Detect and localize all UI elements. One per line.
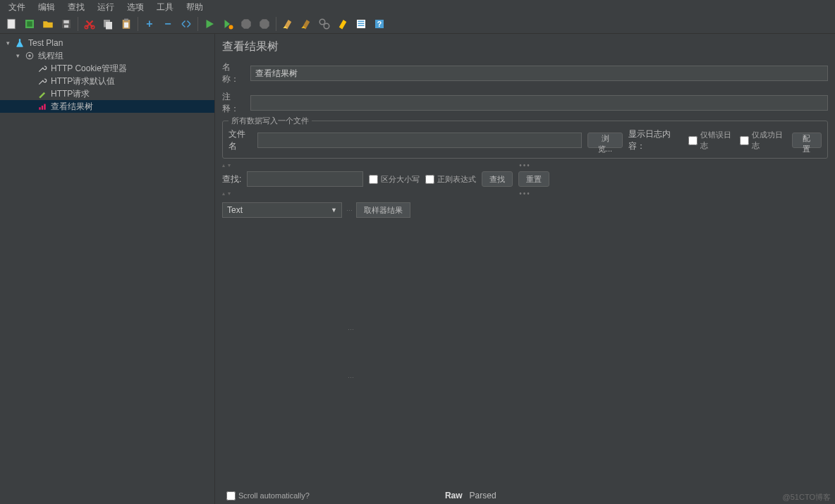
svg-rect-5 bbox=[64, 25, 68, 27]
name-input[interactable] bbox=[250, 66, 828, 81]
show-log-label: 显示日志内容： bbox=[628, 128, 683, 152]
shutdown-icon[interactable] bbox=[256, 16, 273, 32]
pipette-icon bbox=[37, 88, 48, 99]
splitter-grip[interactable]: ••• bbox=[222, 191, 828, 199]
reset-button[interactable]: 重置 bbox=[518, 171, 549, 187]
chevron-down-icon: ▼ bbox=[331, 207, 337, 214]
results-area: Text ▼ ⋮ 取样器结果 ⋮⋮ Scroll automatically? … bbox=[222, 202, 828, 504]
menu-run[interactable]: 运行 bbox=[92, 0, 120, 15]
parsed-tab[interactable]: Parsed bbox=[470, 491, 496, 500]
search-label: 查找: bbox=[222, 173, 241, 185]
panel-title: 查看结果树 bbox=[222, 39, 828, 54]
flask-icon bbox=[14, 37, 25, 49]
wrench-icon bbox=[37, 63, 48, 74]
raw-tab[interactable]: Raw bbox=[445, 491, 463, 500]
svg-rect-12 bbox=[124, 22, 128, 27]
svg-point-17 bbox=[324, 23, 329, 29]
success-only-checkbox[interactable]: 仅成功日志 bbox=[740, 130, 786, 151]
search-button[interactable]: 查找 bbox=[482, 171, 513, 187]
chart-icon bbox=[37, 101, 48, 112]
file-output-group: 所有数据写入一个文件 文件名 浏览... 显示日志内容： 仅错误日志 仅成功日志… bbox=[222, 121, 828, 159]
tree-http-defaults[interactable]: HTTP请求默认值 bbox=[0, 75, 214, 87]
sampler-result-tab[interactable]: 取样器结果 bbox=[356, 202, 410, 218]
help-icon[interactable]: ? bbox=[371, 16, 388, 32]
clear-icon[interactable] bbox=[279, 16, 296, 32]
comment-input[interactable] bbox=[250, 95, 828, 111]
cut-icon[interactable] bbox=[81, 16, 98, 32]
chevron-down-icon[interactable]: ▾ bbox=[14, 52, 21, 59]
results-tree-list[interactable] bbox=[222, 219, 348, 487]
scroll-auto-checkbox[interactable]: Scroll automatically? bbox=[226, 491, 310, 500]
toolbar: + − ? bbox=[0, 14, 835, 34]
comment-label: 注释： bbox=[222, 91, 245, 115]
stop-icon[interactable] bbox=[238, 16, 255, 32]
configure-button[interactable]: 配置 bbox=[792, 133, 822, 148]
watermark: @51CTO博客 bbox=[783, 492, 831, 503]
search-icon[interactable] bbox=[316, 16, 333, 32]
svg-rect-4 bbox=[63, 20, 69, 23]
svg-text:?: ? bbox=[377, 19, 382, 27]
splitter-grip[interactable]: ••• bbox=[222, 163, 828, 171]
open-icon[interactable] bbox=[39, 16, 56, 32]
tree-thread-group[interactable]: ▾ 线程组 bbox=[0, 49, 214, 62]
regex-checkbox[interactable]: 正则表达式 bbox=[425, 174, 476, 185]
minus-icon[interactable]: − bbox=[159, 16, 176, 32]
filename-input[interactable] bbox=[257, 133, 582, 148]
tree-cookie-manager[interactable]: HTTP Cookie管理器 bbox=[0, 62, 214, 75]
run-no-pause-icon[interactable] bbox=[219, 16, 236, 32]
svg-rect-24 bbox=[42, 106, 43, 110]
templates-icon[interactable] bbox=[21, 16, 38, 32]
menu-edit[interactable]: 编辑 bbox=[32, 0, 61, 15]
tree-label: Test Plan bbox=[28, 38, 63, 48]
tree-label: 线程组 bbox=[38, 50, 63, 62]
reset-search-icon[interactable] bbox=[334, 16, 351, 32]
errors-only-checkbox[interactable]: 仅错误日志 bbox=[688, 130, 735, 151]
svg-rect-11 bbox=[124, 18, 128, 20]
menu-file[interactable]: 文件 bbox=[3, 0, 31, 15]
svg-rect-2 bbox=[27, 21, 32, 27]
wrench-icon bbox=[37, 75, 48, 87]
svg-rect-0 bbox=[8, 19, 16, 29]
tree-http-request[interactable]: HTTP请求 bbox=[0, 87, 214, 100]
vertical-splitter[interactable]: ⋮⋮ bbox=[348, 219, 353, 487]
browse-button[interactable]: 浏览... bbox=[587, 133, 623, 148]
svg-point-13 bbox=[229, 25, 233, 29]
search-input[interactable] bbox=[247, 171, 363, 187]
save-icon[interactable] bbox=[58, 16, 75, 32]
config-panel: 查看结果树 名称： 注释： 所有数据写入一个文件 文件名 浏览... 显示日志内… bbox=[215, 34, 835, 504]
menu-tools[interactable]: 工具 bbox=[151, 0, 179, 15]
svg-rect-25 bbox=[44, 104, 45, 110]
svg-rect-9 bbox=[106, 22, 112, 30]
case-sensitive-checkbox[interactable]: 区分大小写 bbox=[369, 174, 420, 185]
results-detail bbox=[353, 219, 828, 487]
svg-point-16 bbox=[319, 19, 325, 25]
chevron-down-icon[interactable]: ▾ bbox=[4, 39, 11, 47]
copy-icon[interactable] bbox=[99, 16, 116, 32]
clear-all-icon[interactable] bbox=[298, 16, 315, 32]
function-icon[interactable] bbox=[353, 16, 370, 32]
menu-options[interactable]: 选项 bbox=[121, 0, 150, 15]
tree-results-tree[interactable]: 查看结果树 bbox=[0, 100, 214, 113]
filename-label: 文件名 bbox=[228, 128, 252, 152]
render-dropdown[interactable]: Text ▼ bbox=[222, 202, 342, 218]
menu-bar: 文件 编辑 查找 运行 选项 工具 帮助 bbox=[0, 0, 835, 14]
svg-rect-23 bbox=[39, 107, 40, 110]
new-icon[interactable] bbox=[3, 16, 20, 32]
tree-label: HTTP请求 bbox=[51, 88, 90, 100]
tree-label: 查看结果树 bbox=[51, 101, 93, 113]
vertical-grip-icon[interactable]: ⋮ bbox=[346, 207, 352, 213]
main-area: ▾ Test Plan ▾ 线程组 HTTP Cookie管理器 HTTP请求默… bbox=[0, 34, 835, 504]
svg-marker-15 bbox=[260, 19, 269, 29]
toggle-icon[interactable] bbox=[178, 16, 195, 32]
tree-label: HTTP Cookie管理器 bbox=[51, 63, 127, 75]
name-label: 名称： bbox=[222, 61, 245, 85]
menu-search[interactable]: 查找 bbox=[62, 0, 90, 15]
gear-icon bbox=[24, 50, 35, 61]
tree-test-plan[interactable]: ▾ Test Plan bbox=[0, 37, 214, 49]
run-icon[interactable] bbox=[201, 16, 218, 32]
file-group-legend: 所有数据写入一个文件 bbox=[228, 116, 312, 126]
paste-icon[interactable] bbox=[118, 16, 135, 32]
tree-panel: ▾ Test Plan ▾ 线程组 HTTP Cookie管理器 HTTP请求默… bbox=[0, 34, 215, 504]
menu-help[interactable]: 帮助 bbox=[181, 0, 209, 15]
plus-icon[interactable]: + bbox=[141, 16, 158, 32]
